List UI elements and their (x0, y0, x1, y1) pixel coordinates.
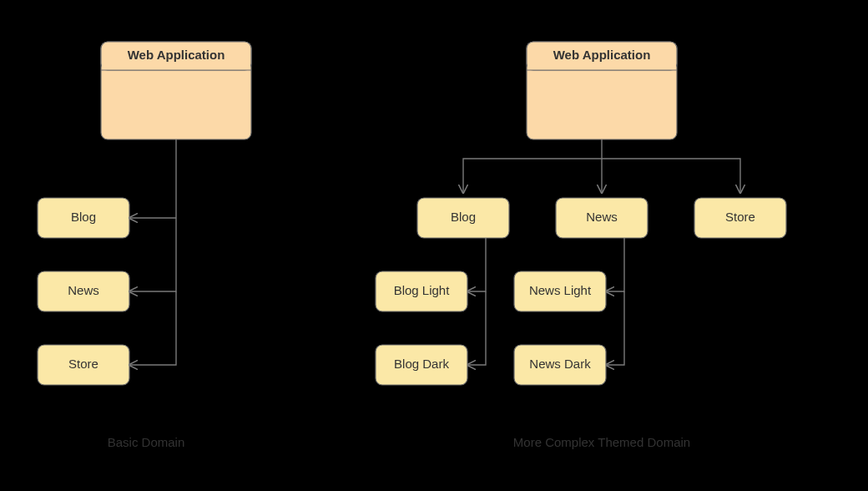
child-label-news-left: News (68, 283, 99, 297)
child-label-store-right: Store (725, 210, 755, 224)
parent-title-left: Web Application (128, 48, 225, 62)
diagram-complex: Web Application Blog News Store Blog Lig… (376, 42, 786, 449)
child-label-store-left: Store (68, 357, 98, 371)
caption-left: Basic Domain (108, 435, 185, 449)
connector-to-blog (463, 159, 602, 193)
child-label-blog-right: Blog (451, 210, 476, 224)
connector-left-store (129, 291, 176, 365)
child-label-news-right: News (586, 210, 618, 224)
diagram-basic: Web Application Blog News Store Basic Do… (38, 42, 251, 449)
child-box-blog-left: Blog (38, 198, 129, 238)
grandchild-box-news-dark: News Dark (514, 345, 606, 385)
parent-title-right: Web Application (553, 48, 651, 62)
child-box-news-left: News (38, 271, 129, 311)
grandchild-box-blog-dark: Blog Dark (376, 345, 467, 385)
connector-to-store (602, 159, 740, 193)
connector-left-news (129, 218, 176, 291)
grandchild-box-blog-light: Blog Light (376, 271, 467, 311)
child-box-store-right: Store (694, 198, 786, 238)
child-label-blog-left: Blog (71, 210, 96, 224)
connector-blog-light (467, 238, 486, 291)
parent-box-left: Web Application (101, 42, 251, 139)
connector-news-light (606, 238, 624, 291)
grandchild-label-news-light: News Light (529, 283, 592, 297)
grandchild-label-news-dark: News Dark (529, 357, 591, 371)
grandchild-box-news-light: News Light (514, 271, 606, 311)
grandchild-label-blog-light: Blog Light (394, 283, 451, 297)
child-box-blog-right: Blog (417, 198, 509, 238)
caption-right: More Complex Themed Domain (513, 435, 690, 449)
child-box-news-right: News (556, 198, 648, 238)
child-box-store-left: Store (38, 345, 129, 385)
parent-box-right: Web Application (527, 42, 677, 139)
grandchild-label-blog-dark: Blog Dark (394, 357, 449, 371)
connector-news-dark (606, 291, 624, 365)
connector-blog-dark (467, 291, 486, 365)
